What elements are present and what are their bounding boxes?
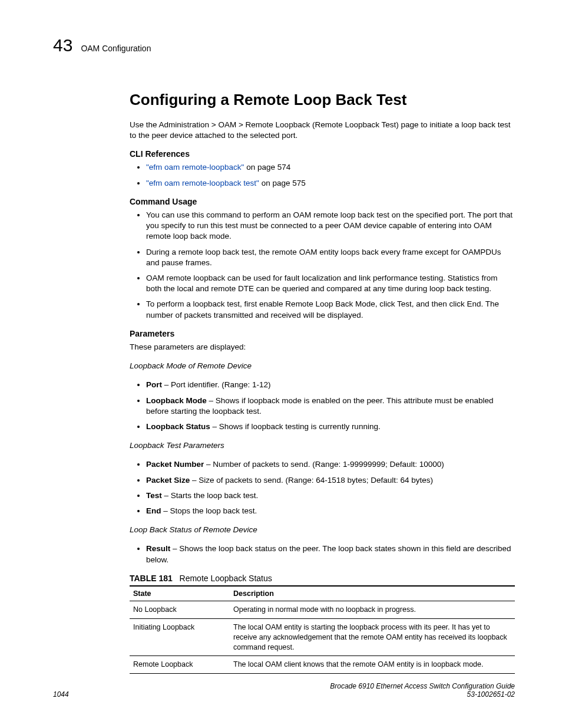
param-list: Result – Shows the loop back status on t… — [130, 543, 515, 565]
command-usage-heading: Command Usage — [130, 197, 515, 206]
body-content: Configuring a Remote Loop Back Test Use … — [130, 91, 515, 674]
page-number: 1044 — [53, 690, 69, 699]
col-header-state: State — [130, 586, 230, 601]
page: 43 OAM Configuration Configuring a Remot… — [0, 0, 562, 728]
usage-item: To perform a loopback test, first enable… — [146, 299, 515, 320]
col-header-description: Description — [230, 586, 515, 601]
book-title: Brocade 6910 Ethernet Access Switch Conf… — [330, 682, 515, 690]
cell-state: Remote Loopback — [130, 656, 230, 674]
cli-ref-suffix: on page 574 — [244, 163, 290, 172]
param-item: Packet Size – Size of packets to send. (… — [146, 475, 515, 486]
param-name: Loopback Mode — [146, 396, 207, 405]
param-desc: – Shows the loop back status on the peer… — [146, 544, 511, 564]
table-header-row: State Description — [130, 586, 515, 601]
table-row: No Loopback Operating in normal mode wit… — [130, 601, 515, 618]
running-header: 43 OAM Configuration — [53, 35, 515, 55]
param-item: Loopback Mode – Shows if loopback mode i… — [146, 396, 515, 417]
cell-description: The local OAM entity is starting the loo… — [230, 618, 515, 656]
section-heading: Configuring a Remote Loop Back Test — [130, 91, 515, 109]
param-desc: – Stops the loop back test. — [161, 506, 257, 515]
cell-state: No Loopback — [130, 601, 230, 618]
chapter-number: 43 — [53, 35, 72, 55]
loopback-status-table: State Description No Loopback Operating … — [130, 585, 515, 674]
cli-references-list: "efm oam remote-loopback" on page 574 "e… — [130, 162, 515, 188]
table-caption: TABLE 181 Remote Loopback Status — [130, 574, 515, 583]
table-row: Initiating Loopback The local OAM entity… — [130, 618, 515, 656]
cell-description: Operating in normal mode with no loopbac… — [230, 601, 515, 618]
param-name: End — [146, 506, 161, 515]
command-usage-list: You can use this command to perform an O… — [130, 210, 515, 321]
parameters-lede: These parameters are displayed: — [130, 342, 515, 353]
param-desc: – Number of packets to send. (Range: 1-9… — [204, 460, 444, 469]
doc-number: 53-1002651-02 — [330, 690, 515, 699]
cli-ref-item: "efm oam remote-loopback" on page 574 — [146, 162, 515, 173]
usage-item: During a remote loop back test, the remo… — [146, 247, 515, 268]
param-item: Result – Shows the loop back status on t… — [146, 543, 515, 565]
param-desc: – Shows if loopback testing is currently… — [210, 422, 381, 431]
param-name: Test — [146, 491, 162, 500]
param-list: Port – Port identifier. (Range: 1-12) Lo… — [130, 380, 515, 432]
param-name: Packet Size — [146, 476, 190, 485]
param-desc: – Port identifier. (Range: 1-12) — [162, 380, 271, 389]
table-label: TABLE 181 — [130, 574, 173, 583]
param-name: Result — [146, 544, 170, 553]
param-group-title: Loop Back Status of Remote Device — [130, 525, 515, 535]
param-name: Loopback Status — [146, 422, 210, 431]
parameters-heading: Parameters — [130, 329, 515, 338]
chapter-title: OAM Configuration — [81, 44, 151, 53]
footer-right: Brocade 6910 Ethernet Access Switch Conf… — [330, 682, 515, 699]
cli-ref-item: "efm oam remote-loopback test" on page 5… — [146, 178, 515, 189]
param-item: Packet Number – Number of packets to sen… — [146, 459, 515, 470]
param-list: Packet Number – Number of packets to sen… — [130, 459, 515, 516]
param-name: Port — [146, 380, 162, 389]
param-group-title: Loopback Test Parameters — [130, 440, 515, 451]
param-group-title: Loopback Mode of Remote Device — [130, 361, 515, 371]
cli-ref-suffix: on page 575 — [259, 179, 306, 187]
intro-paragraph: Use the Administration > OAM > Remote Lo… — [130, 120, 515, 141]
param-item: Port – Port identifier. (Range: 1-12) — [146, 380, 515, 390]
cli-references-heading: CLI References — [130, 149, 515, 159]
cell-state: Initiating Loopback — [130, 618, 230, 656]
param-name: Packet Number — [146, 460, 204, 469]
param-item: Test – Starts the loop back test. — [146, 490, 515, 501]
cross-reference-link[interactable]: "efm oam remote-loopback" — [146, 163, 244, 172]
table-title: Remote Loopback Status — [180, 574, 272, 583]
usage-item: You can use this command to perform an O… — [146, 210, 515, 242]
cell-description: The local OAM client knows that the remo… — [230, 656, 515, 674]
param-item: End – Stops the loop back test. — [146, 506, 515, 516]
page-footer: 1044 Brocade 6910 Ethernet Access Switch… — [53, 682, 515, 699]
param-item: Loopback Status – Shows if loopback test… — [146, 421, 515, 432]
usage-item: OAM remote loopback can be used for faul… — [146, 273, 515, 294]
cross-reference-link[interactable]: "efm oam remote-loopback test" — [146, 179, 259, 187]
param-desc: – Starts the loop back test. — [162, 491, 259, 500]
param-desc: – Size of packets to send. (Range: 64-15… — [190, 476, 433, 485]
table-row: Remote Loopback The local OAM client kno… — [130, 656, 515, 674]
